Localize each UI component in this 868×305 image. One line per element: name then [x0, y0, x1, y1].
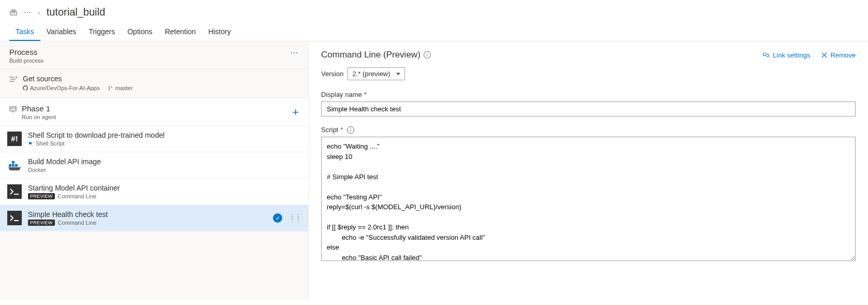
script-label: Script* i — [321, 126, 856, 134]
hash-icon: #! — [7, 132, 22, 146]
tab-options[interactable]: Options — [121, 22, 158, 41]
cmd-icon — [7, 211, 22, 225]
task-row[interactable]: Simple Health check testPREVIEW Command … — [0, 205, 308, 231]
svg-rect-16 — [15, 164, 18, 167]
info-icon[interactable]: i — [424, 51, 431, 59]
task-name: Shell Script to download pre-trained mod… — [28, 131, 301, 139]
info-icon[interactable]: i — [347, 126, 354, 134]
github-icon: Azure/DevOps-For-AI-Apps — [23, 85, 99, 91]
svg-point-8 — [111, 86, 112, 88]
branch-icon: master — [108, 85, 133, 91]
breadcrumb-ellipsis[interactable]: ⋯ — [24, 8, 32, 17]
remove-button[interactable]: Remove — [821, 51, 856, 59]
svg-rect-18 — [7, 184, 22, 199]
add-task-button[interactable]: + — [292, 107, 299, 118]
task-type-label: Command Line — [58, 220, 97, 226]
task-row[interactable]: #!Shell Script to download pre-trained m… — [0, 126, 308, 152]
tab-tasks[interactable]: Tasks — [9, 22, 40, 41]
svg-text:#!: #! — [11, 134, 18, 143]
check-icon: ✓ — [273, 213, 282, 223]
process-header[interactable]: Process Build process ⋯ — [0, 41, 308, 69]
phase-row[interactable]: Phase 1 Run on agent + — [0, 98, 308, 126]
task-name: Starting Model API container — [28, 184, 301, 192]
svg-rect-20 — [7, 211, 22, 225]
svg-point-7 — [109, 89, 110, 90]
panel-title: Command Line (Preview) i — [321, 50, 431, 60]
task-row[interactable]: Starting Model API containerPREVIEW Comm… — [0, 179, 308, 205]
tab-history[interactable]: History — [202, 22, 237, 41]
task-type-label: Docker — [28, 167, 46, 173]
tab-bar: TasksVariablesTriggersOptionsRetentionHi… — [0, 22, 868, 41]
task-name: Build Model API image — [28, 157, 301, 166]
pipeline-icon — [9, 8, 18, 17]
svg-rect-14 — [9, 164, 11, 167]
svg-point-6 — [109, 86, 110, 87]
left-panel: Process Build process ⋯ Get sources Azur… — [0, 41, 309, 300]
right-panel: Command Line (Preview) i Link settings R… — [309, 41, 868, 300]
phase-subtitle: Run on agent — [22, 114, 56, 120]
get-sources-title: Get sources — [23, 75, 133, 83]
chevron-right-icon: › — [38, 8, 40, 17]
breadcrumb: ⋯ › tutorial_build — [0, 0, 868, 22]
task-row[interactable]: Build Model API imageDocker — [0, 152, 308, 179]
task-type-label: Shell Script — [36, 140, 65, 147]
svg-rect-17 — [12, 161, 15, 164]
more-icon[interactable]: ⋯ — [290, 48, 299, 57]
svg-rect-15 — [12, 164, 15, 167]
script-textarea[interactable] — [321, 137, 856, 261]
version-select[interactable]: 2.* (preview) — [348, 67, 405, 80]
page-title: tutorial_build — [47, 6, 105, 18]
agent-icon — [9, 106, 17, 113]
tab-variables[interactable]: Variables — [40, 22, 82, 41]
svg-rect-1 — [12, 10, 15, 11]
tab-triggers[interactable]: Triggers — [82, 22, 121, 41]
task-type-label: Command Line — [58, 193, 97, 199]
sources-icon — [9, 76, 18, 83]
flag-icon: ⚑ — [28, 141, 33, 147]
display-name-label: Display name* — [321, 91, 856, 98]
svg-rect-9 — [10, 107, 16, 111]
version-label: Version — [321, 70, 343, 78]
grip-icon[interactable]: ⋮⋮⋮⋮ — [288, 215, 301, 221]
process-subtitle: Build process — [9, 57, 44, 64]
link-settings-button[interactable]: Link settings — [762, 51, 810, 59]
preview-badge: PREVIEW — [28, 220, 55, 226]
get-sources-row[interactable]: Get sources Azure/DevOps-For-AI-Apps mas… — [0, 69, 308, 98]
tab-retention[interactable]: Retention — [158, 22, 202, 41]
docker-icon — [7, 158, 22, 172]
display-name-input[interactable] — [321, 101, 856, 117]
preview-badge: PREVIEW — [28, 193, 55, 199]
repo-name: Azure/DevOps-For-AI-Apps — [30, 85, 99, 91]
process-title: Process — [9, 48, 44, 56]
task-name: Simple Health check test — [28, 210, 267, 219]
cmd-icon — [7, 184, 22, 199]
phase-title: Phase 1 — [22, 104, 56, 113]
branch-name: master — [115, 85, 133, 91]
